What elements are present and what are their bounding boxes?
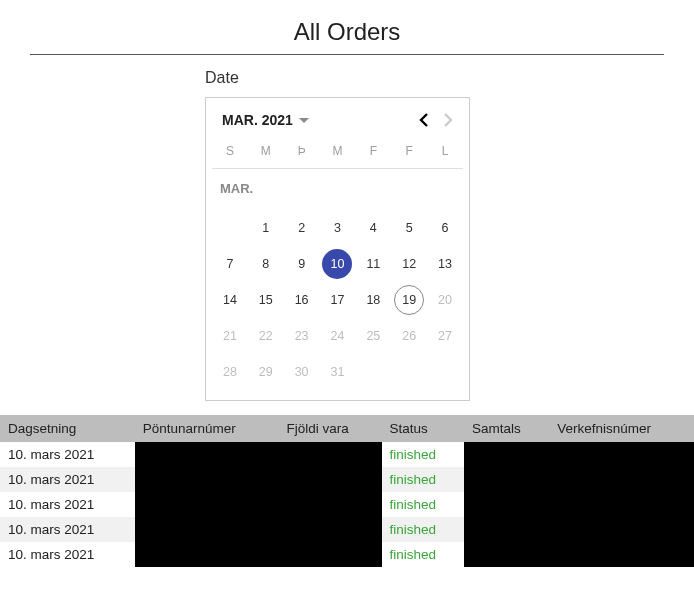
cell-status: finished — [382, 542, 464, 567]
calendar-day: 29 — [248, 354, 284, 390]
day-of-week-label: S — [212, 138, 248, 168]
page-title: All Orders — [0, 0, 694, 54]
cell-item-count — [278, 517, 381, 542]
calendar-day: 25 — [355, 318, 391, 354]
calendar-day[interactable]: 10 — [320, 246, 356, 282]
cell-item-count — [278, 442, 381, 467]
cell-total — [464, 517, 549, 542]
cell-total — [464, 542, 549, 567]
calendar-day[interactable]: 17 — [320, 282, 356, 318]
calendar-day[interactable]: 1 — [248, 210, 284, 246]
month-nav — [419, 113, 453, 127]
calendar-day[interactable]: 15 — [248, 282, 284, 318]
cell-total — [464, 442, 549, 467]
calendar-day[interactable]: 14 — [212, 282, 248, 318]
column-header: Dagsetning — [0, 415, 135, 442]
cell-total — [464, 492, 549, 517]
table-row: 10. mars 2021finished — [0, 442, 694, 467]
day-of-week-label: M — [248, 138, 284, 168]
cell-date: 10. mars 2021 — [0, 442, 135, 467]
calendar-day[interactable]: 8 — [248, 246, 284, 282]
day-of-week-label: L — [427, 138, 463, 168]
calendar-day[interactable]: 16 — [284, 282, 320, 318]
calendar-day[interactable]: 19 — [391, 282, 427, 318]
day-of-week-label: Þ — [284, 138, 320, 168]
calendar-day: 28 — [212, 354, 248, 390]
calendar-day[interactable]: 18 — [355, 282, 391, 318]
calendar-day: 31 — [320, 354, 356, 390]
day-of-week-label: F — [355, 138, 391, 168]
calendar-day[interactable]: 11 — [355, 246, 391, 282]
table-row: 10. mars 2021finished — [0, 517, 694, 542]
cell-project-number — [549, 517, 694, 542]
column-header: Status — [382, 415, 464, 442]
cell-status: finished — [382, 492, 464, 517]
orders-table: DagsetningPöntunarnúmerFjöldi varaStatus… — [0, 415, 694, 567]
cell-status: finished — [382, 517, 464, 542]
title-divider — [30, 54, 664, 55]
cell-project-number — [549, 492, 694, 517]
calendar-day[interactable]: 12 — [391, 246, 427, 282]
cell-total — [464, 467, 549, 492]
month-label: MAR. 2021 — [222, 112, 293, 128]
calendar: MAR. 2021 SMÞMFFLMAR.1234567891011121314… — [205, 97, 470, 401]
column-header: Pöntunarnúmer — [135, 415, 279, 442]
table-header-row: DagsetningPöntunarnúmerFjöldi varaStatus… — [0, 415, 694, 442]
cell-date: 10. mars 2021 — [0, 542, 135, 567]
prev-month-button[interactable] — [419, 113, 429, 127]
column-header: Samtals — [464, 415, 549, 442]
cell-item-count — [278, 492, 381, 517]
calendar-day[interactable]: 13 — [427, 246, 463, 282]
next-month-button — [443, 113, 453, 127]
cell-project-number — [549, 542, 694, 567]
day-of-week-label: M — [320, 138, 356, 168]
cell-date: 10. mars 2021 — [0, 517, 135, 542]
table-row: 10. mars 2021finished — [0, 492, 694, 517]
calendar-day: 23 — [284, 318, 320, 354]
cell-item-count — [278, 467, 381, 492]
calendar-day: 26 — [391, 318, 427, 354]
day-of-week-label: F — [391, 138, 427, 168]
date-field-label: Date — [205, 65, 694, 97]
month-selector[interactable]: MAR. 2021 — [222, 112, 309, 128]
calendar-day[interactable]: 4 — [355, 210, 391, 246]
cell-order-number — [135, 517, 279, 542]
cell-item-count — [278, 542, 381, 567]
cell-project-number — [549, 467, 694, 492]
calendar-day[interactable]: 6 — [427, 210, 463, 246]
cell-order-number — [135, 492, 279, 517]
cell-order-number — [135, 442, 279, 467]
column-header: Fjöldi vara — [278, 415, 381, 442]
cell-date: 10. mars 2021 — [0, 467, 135, 492]
calendar-day: 22 — [248, 318, 284, 354]
table-row: 10. mars 2021finished — [0, 467, 694, 492]
calendar-divider — [212, 168, 463, 169]
cell-order-number — [135, 542, 279, 567]
column-header: Verkefnisnúmer — [549, 415, 694, 442]
calendar-day: 21 — [212, 318, 248, 354]
calendar-day[interactable]: 2 — [284, 210, 320, 246]
cell-status: finished — [382, 442, 464, 467]
cell-status: finished — [382, 467, 464, 492]
table-row: 10. mars 2021finished — [0, 542, 694, 567]
calendar-day[interactable]: 3 — [320, 210, 356, 246]
calendar-day: 30 — [284, 354, 320, 390]
calendar-day[interactable]: 9 — [284, 246, 320, 282]
cell-project-number — [549, 442, 694, 467]
month-abbr-label: MAR. — [212, 179, 463, 210]
cell-order-number — [135, 467, 279, 492]
calendar-day[interactable]: 5 — [391, 210, 427, 246]
cell-date: 10. mars 2021 — [0, 492, 135, 517]
calendar-day: 27 — [427, 318, 463, 354]
calendar-day: 20 — [427, 282, 463, 318]
calendar-day: 24 — [320, 318, 356, 354]
dropdown-icon — [299, 118, 309, 123]
calendar-header: MAR. 2021 — [212, 112, 463, 138]
calendar-day[interactable]: 7 — [212, 246, 248, 282]
calendar-grid: SMÞMFFLMAR.12345678910111213141516171819… — [212, 138, 463, 390]
